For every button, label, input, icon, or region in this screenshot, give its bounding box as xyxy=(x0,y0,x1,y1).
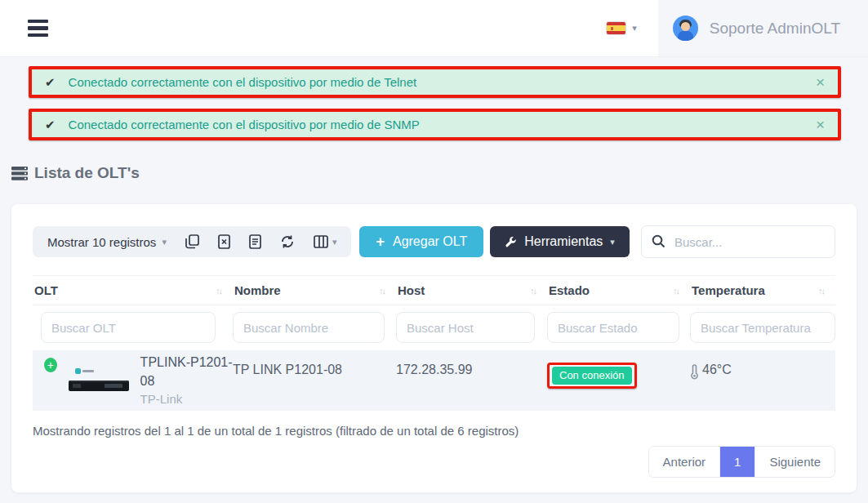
search-input[interactable] xyxy=(641,225,835,258)
add-olt-button[interactable]: + Agregar OLT xyxy=(359,226,483,257)
pagination-next-button[interactable]: Siguiente xyxy=(755,447,835,477)
alert-telnet-success: ✔ Conectado correctamente con el disposi… xyxy=(32,69,838,95)
pagination: Anterior 1 Siguiente xyxy=(648,446,835,478)
sort-icon[interactable]: ↑↓ xyxy=(818,286,824,296)
file-lines-icon xyxy=(249,234,261,249)
pagination-row: Anterior 1 Siguiente xyxy=(33,446,835,478)
annotation-box-estado: Con conexión xyxy=(547,363,637,389)
cell-host: 172.28.35.99 xyxy=(396,350,547,411)
olt-vendor: TP-Link xyxy=(140,390,233,408)
page-title: Lista de OLT's xyxy=(34,164,140,182)
sort-icon[interactable]: ↑↓ xyxy=(216,286,221,296)
plus-icon: + xyxy=(376,234,385,251)
chevron-down-icon: ▾ xyxy=(162,237,167,247)
search-box xyxy=(641,225,835,258)
cell-temperatura: 46°C xyxy=(690,350,835,411)
page-length-dropdown[interactable]: Mostrar 10 registros ▾ xyxy=(47,235,167,249)
column-header-host[interactable]: Host ↑↓ xyxy=(396,276,547,305)
cell-olt: + TPLINK-P1201-08 TP-Link xyxy=(33,350,233,411)
pagination-previous-button[interactable]: Anterior xyxy=(649,447,721,477)
filter-temperatura-input[interactable] xyxy=(690,312,835,343)
pagination-page-1-button[interactable]: 1 xyxy=(720,447,755,477)
close-icon[interactable]: × xyxy=(816,117,825,132)
tools-dropdown-button[interactable]: Herramientas ▾ xyxy=(490,226,630,257)
olt-device-thumbnail xyxy=(69,367,129,394)
status-badge: Con conexión xyxy=(552,367,632,385)
table-info: Mostrando registros del 1 al 1 de un tot… xyxy=(33,424,835,438)
table-row: + TPLINK-P1201-08 TP-Link TP LINK P1201-… xyxy=(33,350,835,411)
cell-estado: Con conexión xyxy=(547,350,690,411)
copy-icon xyxy=(185,234,199,249)
column-header-nombre[interactable]: Nombre ↑↓ xyxy=(233,276,396,305)
annotation-box-snmp: ✔ Conectado correctamente con el disposi… xyxy=(29,109,841,140)
check-icon: ✔ xyxy=(45,118,56,132)
columns-icon xyxy=(314,235,328,248)
chevron-down-icon: ▾ xyxy=(610,237,615,247)
toolbar-left-group: Mostrar 10 registros ▾ xyxy=(33,226,351,257)
sort-icon[interactable]: ↑↓ xyxy=(379,286,385,296)
user-name: Soporte AdminOLT xyxy=(710,20,840,38)
chevron-down-icon: ▾ xyxy=(632,23,637,33)
filter-estado-input[interactable] xyxy=(547,312,679,343)
refresh-icon xyxy=(280,234,295,249)
thermometer-icon xyxy=(690,364,699,380)
sort-icon[interactable]: ↑↓ xyxy=(673,286,679,296)
filter-olt-input[interactable] xyxy=(41,312,216,343)
export-excel-button[interactable] xyxy=(218,234,230,249)
olt-list-card: Mostrar 10 registros ▾ xyxy=(11,204,857,492)
copy-button[interactable] xyxy=(185,234,199,249)
avatar xyxy=(673,16,698,41)
hamburger-menu-icon[interactable] xyxy=(28,20,48,38)
language-selector[interactable]: ▾ xyxy=(585,0,658,56)
file-excel-icon xyxy=(218,234,230,249)
annotation-box-telnet: ✔ Conectado correctamente con el disposi… xyxy=(29,66,841,98)
export-file-button[interactable] xyxy=(249,234,261,249)
column-header-olt[interactable]: OLT ↑↓ xyxy=(33,276,233,305)
top-navbar: ▾ Soporte AdminOLT xyxy=(0,0,868,57)
check-icon: ✔ xyxy=(45,75,56,90)
navbar-right: ▾ Soporte AdminOLT xyxy=(585,0,868,56)
alert-snmp-success: ✔ Conectado correctamente con el disposi… xyxy=(32,112,838,137)
expand-row-button[interactable]: + xyxy=(44,358,57,372)
column-header-estado[interactable]: Estado ↑↓ xyxy=(547,276,690,305)
olt-table: OLT ↑↓ Nombre ↑↓ Host ↑↓ Estado ↑↓ Tempe… xyxy=(33,275,835,411)
table-header-row: OLT ↑↓ Nombre ↑↓ Host ↑↓ Estado ↑↓ Tempe… xyxy=(33,275,835,305)
spain-flag-icon xyxy=(607,22,625,34)
sort-icon[interactable]: ↑↓ xyxy=(530,286,536,296)
table-toolbar: Mostrar 10 registros ▾ xyxy=(33,225,835,258)
chevron-down-icon: ▾ xyxy=(332,237,337,247)
refresh-button[interactable] xyxy=(280,234,295,249)
user-menu[interactable]: Soporte AdminOLT xyxy=(658,0,868,56)
alert-message: Conectado correctamente con el dispositi… xyxy=(69,75,816,89)
wrench-icon xyxy=(505,236,517,248)
olt-name-block: TPLINK-P1201-08 TP-Link xyxy=(140,353,233,408)
olt-name: TPLINK-P1201-08 xyxy=(140,353,233,390)
temperature-value: 46°C xyxy=(702,363,732,377)
table-filter-row xyxy=(33,305,835,350)
column-header-temperatura[interactable]: Temperatura ↑↓ xyxy=(690,276,835,305)
search-icon xyxy=(652,234,665,248)
server-icon xyxy=(11,167,28,180)
filter-host-input[interactable] xyxy=(396,312,535,343)
alert-message: Conectado correctamente con el dispositi… xyxy=(69,118,816,131)
page-heading: Lista de OLT's xyxy=(11,164,868,182)
filter-nombre-input[interactable] xyxy=(233,312,385,343)
close-icon[interactable]: × xyxy=(816,74,825,90)
cell-nombre: TP LINK P1201-08 xyxy=(233,350,396,411)
column-visibility-button[interactable]: ▾ xyxy=(314,235,337,248)
